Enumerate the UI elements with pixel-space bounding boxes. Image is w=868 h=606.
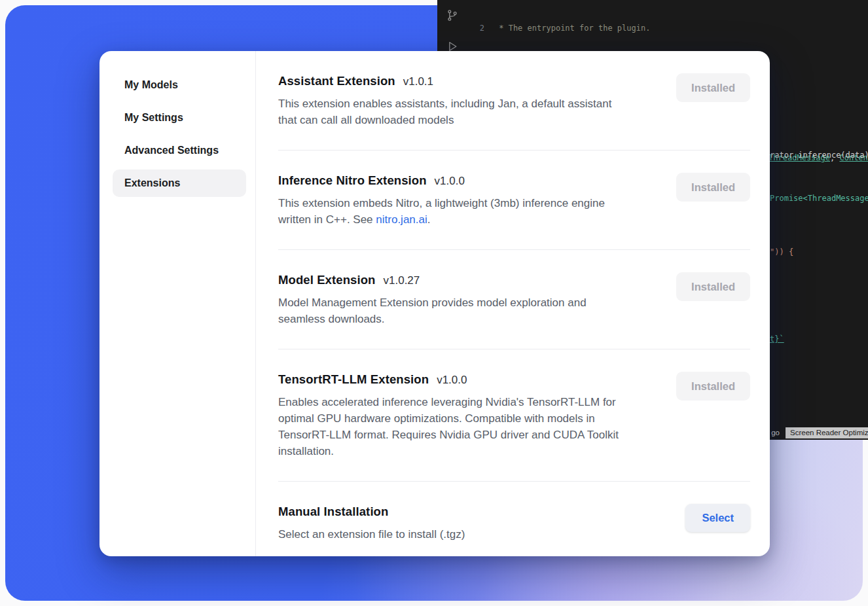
- code-line: 2 * The entrypoint for the plugin.: [467, 23, 868, 34]
- extension-row-model: Model Extension v1.0.27 Model Management…: [278, 250, 750, 349]
- extension-info: Assistant Extension v1.0.1 This extensio…: [278, 73, 625, 128]
- extension-info: Manual Installation Select an extension …: [278, 504, 465, 543]
- description-text: .: [427, 213, 431, 226]
- extension-version: v1.0.0: [435, 175, 465, 188]
- extension-version: v1.0.1: [403, 75, 433, 88]
- extension-row-manual-installation: Manual Installation Select an extension …: [278, 482, 750, 556]
- code-fragment: Promise<ThreadMessage>: [770, 194, 868, 203]
- code-fragment: t}`: [770, 334, 784, 344]
- extension-info: Inference Nitro Extension v1.0.0 This ex…: [278, 173, 625, 228]
- status-text: go: [771, 429, 780, 437]
- extension-heading: Inference Nitro Extension v1.0.0: [278, 173, 625, 188]
- installed-button[interactable]: Installed: [676, 372, 750, 401]
- extension-title: TensortRT-LLM Extension: [278, 372, 429, 387]
- extension-title: Inference Nitro Extension: [278, 173, 427, 188]
- extension-description: Enables accelerated inference leveraging…: [278, 394, 625, 459]
- extension-row-inference-nitro: Inference Nitro Extension v1.0.0 This ex…: [278, 151, 750, 250]
- extensions-list: Assistant Extension v1.0.1 This extensio…: [256, 51, 770, 556]
- extension-description: Select an extension file to install (.tg…: [278, 526, 465, 543]
- extension-row-tensorrt-llm: TensortRT-LLM Extension v1.0.0 Enables a…: [278, 349, 750, 482]
- settings-card: My Models My Settings Advanced Settings …: [99, 51, 770, 556]
- extension-heading: TensortRT-LLM Extension v1.0.0: [278, 372, 625, 387]
- settings-sidebar: My Models My Settings Advanced Settings …: [99, 51, 255, 556]
- sidebar-item-my-models[interactable]: My Models: [113, 71, 246, 99]
- extension-info: Model Extension v1.0.27 Model Management…: [278, 272, 625, 327]
- description-text: This extension embeds Nitro, a lightweig…: [278, 197, 605, 226]
- line-number: 2: [467, 23, 484, 34]
- code-text: * The entrypoint for the plugin.: [494, 23, 650, 34]
- code-fragment: rator.inference(data));: [770, 151, 868, 160]
- code-fragment: ")) {: [770, 247, 793, 257]
- extension-heading: Manual Installation: [278, 504, 465, 520]
- sidebar-item-my-settings[interactable]: My Settings: [113, 104, 246, 132]
- sidebar-item-extensions[interactable]: Extensions: [113, 169, 246, 197]
- extension-heading: Model Extension v1.0.27: [278, 272, 625, 288]
- extension-description: This extension embeds Nitro, a lightweig…: [278, 195, 625, 228]
- extension-title: Assistant Extension: [278, 73, 395, 89]
- select-file-button[interactable]: Select: [685, 504, 750, 532]
- extension-version: v1.0.0: [437, 374, 467, 387]
- nitro-jan-ai-link[interactable]: nitro.jan.ai: [376, 213, 427, 226]
- installed-button[interactable]: Installed: [676, 173, 750, 202]
- extension-heading: Assistant Extension v1.0.1: [278, 73, 625, 89]
- extension-description: This extension enables assistants, inclu…: [278, 96, 625, 128]
- sidebar-item-advanced-settings[interactable]: Advanced Settings: [113, 137, 246, 164]
- extension-description: Model Management Extension provides mode…: [278, 294, 625, 327]
- installed-button[interactable]: Installed: [676, 73, 750, 102]
- extension-info: TensortRT-LLM Extension v1.0.0 Enables a…: [278, 372, 625, 459]
- screen-reader-chip[interactable]: Screen Reader Optimized: [786, 427, 868, 438]
- editor-activity-bar: [437, 8, 467, 56]
- git-branch-icon[interactable]: [446, 8, 459, 26]
- extension-row-assistant: Assistant Extension v1.0.1 This extensio…: [278, 73, 750, 151]
- installed-button[interactable]: Installed: [676, 272, 750, 301]
- desktop: 2 * The entrypoint for the plugin. 3 */ …: [0, 0, 868, 606]
- extension-title: Model Extension: [278, 272, 376, 288]
- extension-version: v1.0.27: [384, 274, 420, 287]
- extension-title: Manual Installation: [278, 504, 388, 520]
